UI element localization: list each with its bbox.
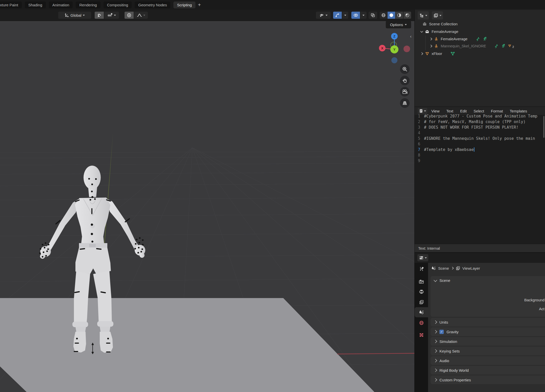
properties-icon	[419, 256, 424, 260]
orthographic-grid-button[interactable]	[400, 98, 410, 108]
transform-orientation-dropdown[interactable]: Global	[58, 12, 91, 19]
options-dropdown[interactable]: Options	[386, 21, 411, 28]
pose-icon[interactable]	[501, 44, 506, 48]
tree-chevron-icon[interactable]	[429, 45, 432, 47]
menu-edit[interactable]: Edit	[460, 109, 467, 113]
breadcrumb-scene[interactable]: Scene	[438, 266, 449, 270]
snap-toggle-button[interactable]	[95, 12, 104, 19]
pan-button[interactable]	[400, 76, 410, 85]
visibility-filter-dropdown[interactable]	[316, 12, 331, 19]
code-line: 7#Template by xBaebsae	[415, 147, 545, 152]
outliner-display-mode-dropdown[interactable]	[418, 11, 429, 19]
tab-world[interactable]	[415, 318, 428, 328]
panel-title: Simulation	[439, 339, 457, 344]
tree-chevron-icon[interactable]	[429, 37, 432, 40]
snap-target-dropdown[interactable]	[104, 12, 119, 19]
navigation-axis-gizmo[interactable]: Z X Y	[375, 30, 413, 66]
outliner-row-mannequin-skel-ignore[interactable]: Mannequin_Skel_IGNORE2	[415, 42, 545, 50]
workspace-tab-rendering[interactable]: Rendering	[76, 2, 100, 8]
panel-expand-chevron[interactable]	[434, 320, 437, 324]
add-workspace-button[interactable]: +	[198, 2, 201, 7]
panel-units[interactable]: Units	[431, 318, 545, 326]
code-area[interactable]: 1#Cyberpunk 2077 - Custom Pose and Anima…	[415, 113, 545, 164]
panel-expand-chevron[interactable]	[434, 349, 437, 353]
hand-icon	[402, 78, 408, 83]
editor-type-dropdown[interactable]	[417, 254, 428, 261]
gizmos-toggle[interactable]	[333, 12, 342, 19]
panel-simulation[interactable]: Simulation	[431, 337, 545, 346]
outliner-editor[interactable]: Scene CollectionFemaleAverageFemaleAvera…	[414, 10, 545, 107]
panel-expand-chevron[interactable]	[434, 330, 437, 334]
mesh-data-icon[interactable]	[450, 51, 455, 56]
outliner-filter-dropdown[interactable]	[432, 11, 443, 19]
shading-wireframe-button[interactable]	[380, 12, 387, 19]
tree-chevron-icon[interactable]	[420, 30, 423, 32]
falloff-curve-icon	[137, 13, 142, 17]
camera-view-button[interactable]	[400, 87, 410, 96]
scene-panel[interactable]: Scene Background Act	[431, 276, 545, 317]
panel-expand-chevron[interactable]	[434, 278, 437, 282]
gravity-checkbox[interactable]: ✓	[439, 330, 444, 334]
outliner-row-femaleaverage[interactable]: FemaleAverage	[415, 35, 545, 43]
text-editor-scrollbar[interactable]	[543, 116, 544, 138]
workspace-tab-animation[interactable]: Animation	[49, 2, 73, 8]
tab-view-layer[interactable]	[415, 297, 428, 307]
xray-toggle[interactable]	[369, 12, 377, 19]
outliner-item-label: FemaleAverage	[441, 37, 468, 41]
shading-material-button[interactable]	[395, 12, 403, 19]
tab-scene[interactable]	[415, 307, 428, 317]
shading-solid-button[interactable]	[388, 12, 395, 19]
menu-select[interactable]: Select	[474, 109, 484, 113]
workspace-tab-scripting[interactable]: Scripting	[173, 2, 195, 8]
viewport-canvas[interactable]	[0, 10, 414, 392]
viewport-3d[interactable]: Global	[0, 10, 414, 392]
editor-type-dropdown[interactable]	[418, 108, 427, 114]
pose-icon[interactable]	[482, 37, 487, 41]
workspace-tab-compositing[interactable]: Compositing	[104, 2, 132, 8]
panel-expand-chevron[interactable]	[434, 378, 437, 382]
menu-view[interactable]: View	[431, 109, 439, 113]
workspace-tab-xture-paint[interactable]: xture Paint	[0, 2, 22, 8]
line-number: 4	[415, 131, 420, 135]
text-editor[interactable]: ViewTextEditSelectFormatTemplates 1#Cybe…	[414, 107, 545, 244]
proportional-falloff-dropdown[interactable]	[134, 12, 148, 19]
axis-minus-x-ball[interactable]	[403, 46, 410, 52]
zoom-button[interactable]	[400, 64, 410, 74]
axis-minus-z-ball[interactable]	[391, 57, 397, 63]
shading-rendered-button[interactable]	[403, 12, 411, 19]
proportional-editing-toggle[interactable]	[125, 12, 134, 19]
panel-custom-properties[interactable]: Custom Properties	[431, 376, 545, 384]
workspace-tab-shading[interactable]: Shading	[25, 2, 46, 8]
breadcrumb-viewlayer[interactable]: ViewLayer	[462, 266, 480, 270]
tool-wrench-icon	[419, 267, 424, 272]
armature-data-icon[interactable]	[476, 37, 480, 41]
tab-output[interactable]	[415, 287, 428, 297]
outliner-row-scene-collection[interactable]: Scene Collection	[415, 20, 545, 28]
armature-data-icon[interactable]	[494, 44, 499, 48]
menu-templates[interactable]: Templates	[510, 109, 527, 113]
panel-keying-sets[interactable]: Keying Sets	[431, 347, 545, 355]
breadcrumb-chevron-icon	[451, 267, 454, 269]
overlays-toggle[interactable]	[351, 12, 360, 19]
tree-chevron-icon[interactable]	[420, 52, 423, 55]
outliner-row-xfloor[interactable]: xFloor	[415, 50, 545, 57]
panel-expand-chevron[interactable]	[434, 359, 437, 362]
tab-texture[interactable]	[415, 330, 428, 340]
panel-audio[interactable]: Audio	[431, 356, 545, 365]
solid-sphere-icon	[389, 13, 394, 17]
panel-rigid-body-world[interactable]: Rigid Body World	[431, 366, 545, 375]
panel-gravity[interactable]: ✓Gravity	[431, 327, 545, 336]
gizmos-dropdown[interactable]	[342, 12, 348, 19]
workspace-tab-geometry-nodes[interactable]: Geometry Nodes	[135, 2, 170, 8]
panel-expand-chevron[interactable]	[434, 340, 437, 343]
overlays-dropdown[interactable]	[360, 12, 367, 19]
mesh-count-icon[interactable]	[507, 44, 512, 48]
tab-tool[interactable]	[415, 264, 428, 274]
menu-text[interactable]: Text	[446, 109, 453, 113]
line-number: 8	[415, 153, 420, 158]
properties-editor[interactable]: Scene ViewLayer Scene Background Act Uni…	[414, 253, 545, 392]
panel-expand-chevron[interactable]	[434, 368, 437, 372]
menu-format[interactable]: Format	[491, 109, 503, 113]
outliner-row-femaleaverage[interactable]: FemaleAverage	[415, 28, 545, 35]
tab-render[interactable]	[415, 277, 428, 287]
